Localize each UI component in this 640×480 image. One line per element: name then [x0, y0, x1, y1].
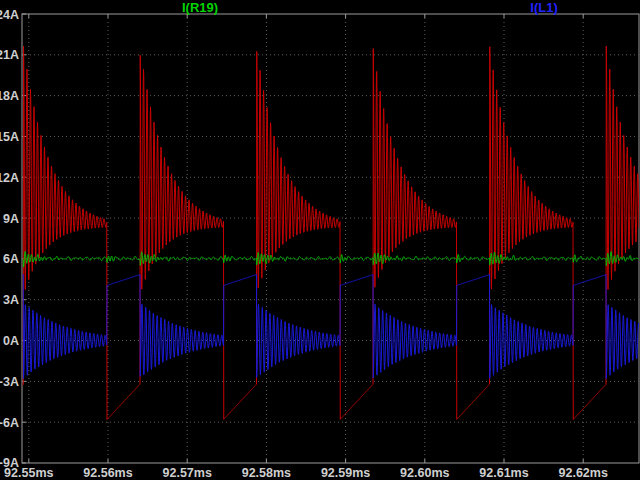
ltspice-waveform-window: 24A21A18A15A12A9A6A3A0A-3A-6A-9A92.55ms9… [0, 0, 640, 480]
y-tick-label: 21A [0, 48, 19, 62]
plot-border [22, 14, 639, 463]
y-tick-label: 0A [3, 334, 19, 348]
x-tick-label: 92.58ms [242, 466, 291, 480]
y-tick-label: 9A [3, 212, 19, 226]
x-tick-label: 92.59ms [321, 466, 370, 480]
trace-red-unlabeled [22, 46, 639, 419]
y-tick-label: -3A [0, 375, 19, 389]
grid [22, 14, 639, 463]
x-tick-label: 92.55ms [4, 466, 53, 480]
trace-label-ir19[interactable]: I(R19) [182, 0, 218, 15]
traces [22, 46, 639, 419]
y-tick-label: 18A [0, 89, 19, 103]
x-tick-label: 92.61ms [479, 466, 528, 480]
y-tick-label: 15A [0, 130, 19, 144]
trace-blue-il1 [22, 275, 639, 379]
x-tick-label: 92.60ms [400, 466, 449, 480]
x-tick-label: 92.62ms [559, 466, 608, 480]
y-tick-label: 12A [0, 171, 19, 185]
trace-label-il1[interactable]: I(L1) [530, 0, 557, 15]
y-tick-label: 6A [3, 252, 19, 266]
y-tick-label: -6A [0, 416, 19, 430]
axis-tick-labels: 24A21A18A15A12A9A6A3A0A-3A-6A-9A92.55ms9… [0, 8, 608, 480]
x-tick-label: 92.57ms [163, 466, 212, 480]
waveform-plot-pane[interactable]: 24A21A18A15A12A9A6A3A0A-3A-6A-9A92.55ms9… [0, 0, 640, 480]
y-tick-label: 24A [0, 8, 19, 22]
x-tick-label: 92.56ms [83, 466, 132, 480]
y-tick-label: 3A [3, 293, 19, 307]
